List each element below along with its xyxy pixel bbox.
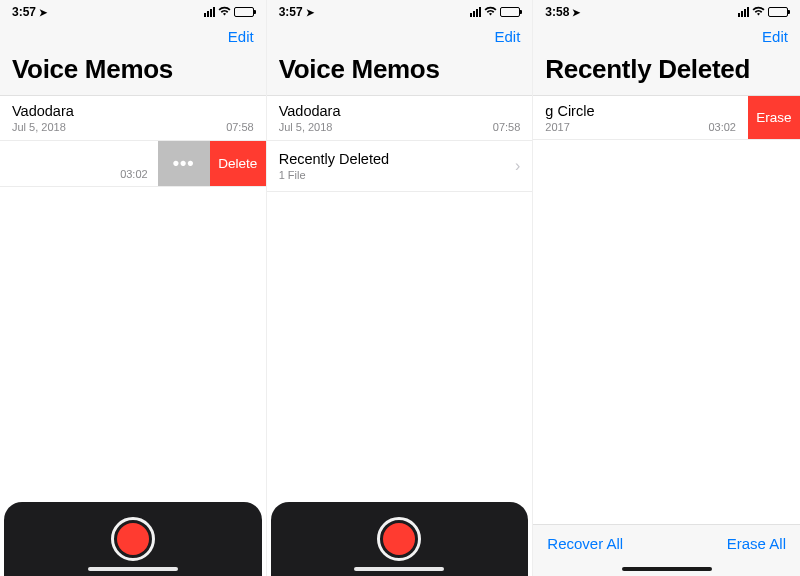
more-button[interactable]: ••• — [158, 141, 210, 186]
home-indicator[interactable] — [622, 567, 712, 571]
memo-duration: 03:02 — [708, 121, 736, 133]
location-icon: ➤ — [39, 7, 47, 18]
erase-all-button[interactable]: Erase All — [727, 535, 786, 552]
delete-button[interactable]: Delete — [210, 141, 266, 186]
memo-duration: 07:58 — [226, 121, 254, 133]
signal-icon — [204, 7, 215, 17]
status-time: 3:58 — [545, 5, 569, 19]
status-bar: 3:58 ➤ — [533, 0, 800, 22]
memo-duration: 07:58 — [493, 121, 521, 133]
edit-button[interactable]: Edit — [494, 28, 520, 45]
memo-date: Jul 5, 2018 — [279, 121, 333, 133]
page-title: Voice Memos — [279, 54, 521, 85]
signal-icon — [738, 7, 749, 17]
home-indicator[interactable] — [354, 567, 444, 571]
signal-icon — [470, 7, 481, 17]
record-button[interactable] — [377, 517, 421, 561]
screen-voice-memos-list: 3:57 ➤ Edit Voice Memos Vadodara Jul 5, … — [267, 0, 534, 576]
location-icon: ➤ — [572, 7, 580, 18]
screen-voice-memos-swipe: 3:57 ➤ Edit Voice Memos Vadodara Jul 5, … — [0, 0, 267, 576]
memo-duration: 03:02 — [120, 168, 148, 180]
battery-icon — [500, 7, 520, 17]
screen-header: Edit Voice Memos — [0, 22, 266, 96]
recently-deleted-label: Recently Deleted — [279, 151, 389, 167]
record-bar — [4, 502, 262, 576]
status-bar: 3:57 ➤ — [0, 0, 266, 22]
memo-name: Vadodara — [12, 103, 254, 119]
record-bar — [271, 502, 529, 576]
memo-name: Vadodara — [279, 103, 521, 119]
erase-label: Erase — [756, 110, 791, 125]
page-title: Recently Deleted — [545, 54, 788, 85]
record-icon — [117, 523, 149, 555]
screen-recently-deleted: 3:58 ➤ Edit Recently Deleted g Circle 20… — [533, 0, 800, 576]
recently-deleted-row[interactable]: Recently Deleted 1 File › — [267, 141, 533, 192]
battery-icon — [768, 7, 788, 17]
status-bar: 3:57 ➤ — [267, 0, 533, 22]
wifi-icon — [752, 6, 765, 18]
memo-name: g Circle — [545, 103, 736, 119]
memo-row-swiped[interactable]: 03:02 ••• Delete — [0, 141, 266, 187]
delete-label: Delete — [218, 156, 257, 171]
screen-header: Edit Voice Memos — [267, 22, 533, 96]
recently-deleted-count: 1 File — [279, 169, 389, 181]
erase-button[interactable]: Erase — [748, 96, 800, 139]
memo-date: Jul 5, 2018 — [12, 121, 66, 133]
battery-icon — [234, 7, 254, 17]
status-time: 3:57 — [279, 5, 303, 19]
record-button[interactable] — [111, 517, 155, 561]
memo-row[interactable]: Vadodara Jul 5, 2018 07:58 — [0, 96, 266, 141]
screen-header: Edit Recently Deleted — [533, 22, 800, 96]
memo-row[interactable]: Vadodara Jul 5, 2018 07:58 — [267, 96, 533, 141]
edit-button[interactable]: Edit — [228, 28, 254, 45]
page-title: Voice Memos — [12, 54, 254, 85]
ellipsis-icon: ••• — [173, 153, 195, 174]
wifi-icon — [484, 6, 497, 18]
memo-date: 2017 — [545, 121, 569, 133]
deleted-memo-row-swiped[interactable]: g Circle 2017 03:02 Erase — [533, 96, 800, 140]
edit-button[interactable]: Edit — [762, 28, 788, 45]
wifi-icon — [218, 6, 231, 18]
recover-all-button[interactable]: Recover All — [547, 535, 623, 552]
home-indicator[interactable] — [88, 567, 178, 571]
record-icon — [383, 523, 415, 555]
location-icon: ➤ — [306, 7, 314, 18]
status-time: 3:57 — [12, 5, 36, 19]
chevron-right-icon: › — [515, 157, 520, 175]
